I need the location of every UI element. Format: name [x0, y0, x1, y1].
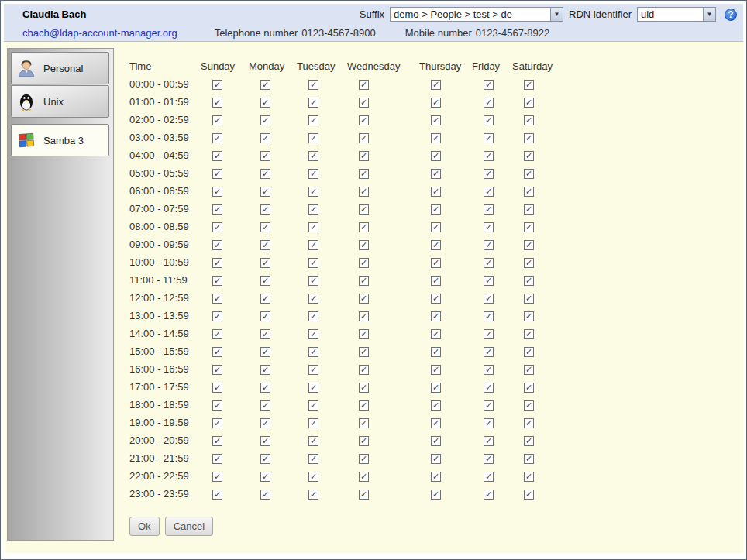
logon-hour-checkbox-tuesday-02[interactable]: [308, 115, 318, 125]
logon-hour-checkbox-monday-02[interactable]: [260, 115, 270, 125]
logon-hour-checkbox-friday-01[interactable]: [484, 98, 494, 108]
logon-hour-checkbox-thursday-14[interactable]: [431, 329, 441, 339]
logon-hour-checkbox-monday-14[interactable]: [260, 329, 270, 339]
logon-hour-checkbox-saturday-05[interactable]: [524, 169, 534, 179]
logon-hour-checkbox-thursday-06[interactable]: [431, 187, 441, 197]
logon-hour-checkbox-tuesday-00[interactable]: [308, 80, 318, 90]
logon-hour-checkbox-sunday-01[interactable]: [212, 98, 222, 108]
logon-hour-checkbox-wednesday-13[interactable]: [359, 311, 369, 321]
logon-hour-checkbox-saturday-11[interactable]: [524, 276, 534, 286]
help-icon[interactable]: ?: [725, 9, 737, 21]
logon-hour-checkbox-tuesday-04[interactable]: [308, 151, 318, 161]
logon-hour-checkbox-saturday-06[interactable]: [524, 187, 534, 197]
logon-hour-checkbox-thursday-17[interactable]: [431, 383, 441, 393]
logon-hour-checkbox-saturday-00[interactable]: [524, 80, 534, 90]
logon-hour-checkbox-friday-19[interactable]: [484, 418, 494, 428]
logon-hour-checkbox-wednesday-02[interactable]: [359, 115, 369, 125]
logon-hour-checkbox-wednesday-20[interactable]: [359, 436, 369, 446]
logon-hour-checkbox-friday-05[interactable]: [484, 169, 494, 179]
logon-hour-checkbox-wednesday-17[interactable]: [359, 383, 369, 393]
logon-hour-checkbox-saturday-14[interactable]: [524, 329, 534, 339]
logon-hour-checkbox-friday-06[interactable]: [484, 187, 494, 197]
logon-hour-checkbox-sunday-13[interactable]: [212, 311, 222, 321]
logon-hour-checkbox-friday-03[interactable]: [484, 133, 494, 143]
logon-hour-checkbox-wednesday-22[interactable]: [359, 472, 369, 482]
logon-hour-checkbox-tuesday-08[interactable]: [308, 222, 318, 232]
logon-hour-checkbox-sunday-03[interactable]: [212, 133, 222, 143]
logon-hour-checkbox-sunday-19[interactable]: [212, 418, 222, 428]
cancel-button[interactable]: Cancel: [165, 517, 213, 536]
logon-hour-checkbox-wednesday-14[interactable]: [359, 329, 369, 339]
ok-button[interactable]: Ok: [129, 517, 160, 536]
logon-hour-checkbox-monday-17[interactable]: [260, 383, 270, 393]
logon-hour-checkbox-thursday-07[interactable]: [431, 204, 441, 215]
logon-hour-checkbox-sunday-17[interactable]: [212, 383, 222, 393]
logon-hour-checkbox-thursday-20[interactable]: [431, 436, 441, 446]
logon-hour-checkbox-wednesday-06[interactable]: [359, 187, 369, 197]
logon-hour-checkbox-monday-10[interactable]: [260, 258, 270, 268]
logon-hour-checkbox-saturday-19[interactable]: [524, 418, 534, 428]
logon-hour-checkbox-friday-14[interactable]: [484, 329, 494, 339]
logon-hour-checkbox-monday-07[interactable]: [260, 204, 270, 215]
logon-hour-checkbox-thursday-19[interactable]: [431, 418, 441, 428]
logon-hour-checkbox-wednesday-07[interactable]: [359, 204, 369, 215]
logon-hour-checkbox-friday-07[interactable]: [484, 204, 494, 215]
logon-hour-checkbox-friday-12[interactable]: [484, 294, 494, 304]
logon-hour-checkbox-friday-02[interactable]: [484, 115, 494, 125]
logon-hour-checkbox-friday-17[interactable]: [484, 383, 494, 393]
logon-hour-checkbox-friday-23[interactable]: [484, 490, 494, 500]
logon-hour-checkbox-saturday-02[interactable]: [524, 115, 534, 125]
logon-hour-checkbox-thursday-04[interactable]: [431, 151, 441, 161]
logon-hour-checkbox-friday-04[interactable]: [484, 151, 494, 161]
logon-hour-checkbox-tuesday-21[interactable]: [308, 454, 318, 464]
logon-hour-checkbox-thursday-10[interactable]: [431, 258, 441, 268]
logon-hour-checkbox-monday-12[interactable]: [260, 294, 270, 304]
logon-hour-checkbox-monday-09[interactable]: [260, 240, 270, 250]
logon-hour-checkbox-friday-15[interactable]: [484, 347, 494, 357]
logon-hour-checkbox-tuesday-01[interactable]: [308, 98, 318, 108]
logon-hour-checkbox-thursday-11[interactable]: [431, 276, 441, 286]
logon-hour-checkbox-monday-11[interactable]: [260, 276, 270, 286]
logon-hour-checkbox-sunday-04[interactable]: [212, 151, 222, 161]
logon-hour-checkbox-friday-11[interactable]: [484, 276, 494, 286]
logon-hour-checkbox-tuesday-03[interactable]: [308, 133, 318, 143]
logon-hour-checkbox-monday-00[interactable]: [260, 80, 270, 90]
logon-hour-checkbox-saturday-10[interactable]: [524, 258, 534, 268]
logon-hour-checkbox-monday-13[interactable]: [260, 311, 270, 321]
logon-hour-checkbox-thursday-22[interactable]: [431, 472, 441, 482]
logon-hour-checkbox-wednesday-05[interactable]: [359, 169, 369, 179]
logon-hour-checkbox-tuesday-15[interactable]: [308, 347, 318, 357]
logon-hour-checkbox-wednesday-09[interactable]: [359, 240, 369, 250]
logon-hour-checkbox-thursday-16[interactable]: [431, 365, 441, 375]
logon-hour-checkbox-monday-22[interactable]: [260, 472, 270, 482]
logon-hour-checkbox-monday-06[interactable]: [260, 187, 270, 197]
logon-hour-checkbox-tuesday-19[interactable]: [308, 418, 318, 428]
logon-hour-checkbox-tuesday-12[interactable]: [308, 294, 318, 304]
logon-hour-checkbox-tuesday-09[interactable]: [308, 240, 318, 250]
logon-hour-checkbox-saturday-20[interactable]: [524, 436, 534, 446]
logon-hour-checkbox-friday-22[interactable]: [484, 472, 494, 482]
logon-hour-checkbox-friday-09[interactable]: [484, 240, 494, 250]
logon-hour-checkbox-saturday-17[interactable]: [524, 383, 534, 393]
logon-hour-checkbox-friday-00[interactable]: [484, 80, 494, 90]
logon-hour-checkbox-saturday-04[interactable]: [524, 151, 534, 161]
logon-hour-checkbox-monday-01[interactable]: [260, 98, 270, 108]
logon-hour-checkbox-thursday-23[interactable]: [431, 490, 441, 500]
logon-hour-checkbox-sunday-00[interactable]: [212, 80, 222, 90]
logon-hour-checkbox-monday-04[interactable]: [260, 151, 270, 161]
logon-hour-checkbox-wednesday-03[interactable]: [359, 133, 369, 143]
logon-hour-checkbox-saturday-07[interactable]: [524, 204, 534, 215]
tab-samba3[interactable]: Samba 3: [11, 124, 109, 156]
logon-hour-checkbox-wednesday-21[interactable]: [359, 454, 369, 464]
logon-hour-checkbox-sunday-15[interactable]: [212, 347, 222, 357]
logon-hour-checkbox-thursday-15[interactable]: [431, 347, 441, 357]
logon-hour-checkbox-wednesday-23[interactable]: [359, 490, 369, 500]
logon-hour-checkbox-tuesday-17[interactable]: [308, 383, 318, 393]
logon-hour-checkbox-friday-20[interactable]: [484, 436, 494, 446]
logon-hour-checkbox-tuesday-23[interactable]: [308, 490, 318, 500]
logon-hour-checkbox-sunday-20[interactable]: [212, 436, 222, 446]
logon-hour-checkbox-monday-05[interactable]: [260, 169, 270, 179]
logon-hour-checkbox-monday-23[interactable]: [260, 490, 270, 500]
logon-hour-checkbox-sunday-10[interactable]: [212, 258, 222, 268]
logon-hour-checkbox-thursday-01[interactable]: [431, 98, 441, 108]
